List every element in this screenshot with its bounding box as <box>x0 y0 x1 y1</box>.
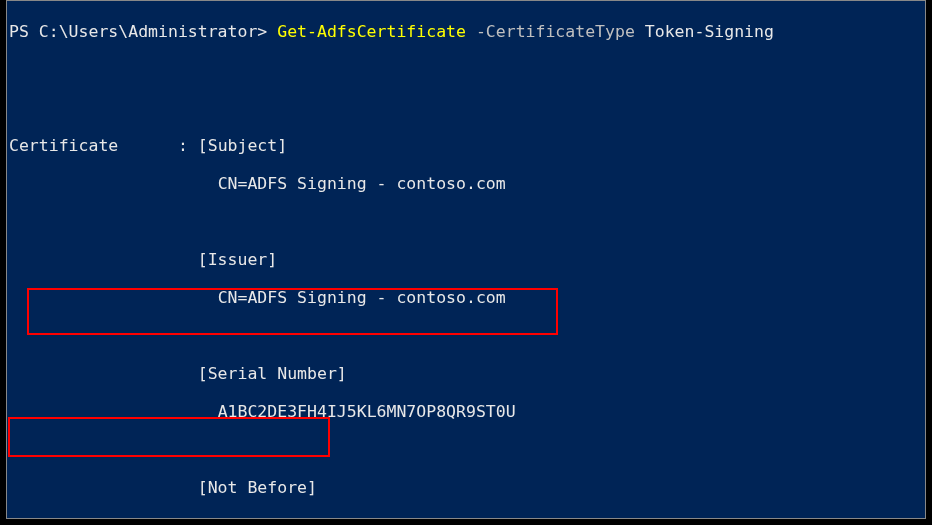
cert-serial-value: A1BC2DE3FH4IJ5KL6MN7OP8QR9ST0U <box>7 402 925 421</box>
cert-notbefore-label: [Not Before] <box>7 478 925 497</box>
blank-line <box>7 326 925 345</box>
cert-subject-label: Certificate : [Subject] <box>7 136 925 155</box>
cmdlet-name: Get-AdfsCertificate <box>277 22 466 41</box>
cert-field-key: Certificate <box>9 136 118 155</box>
powershell-console[interactable]: PS C:\Users\Administrator> Get-AdfsCerti… <box>6 0 926 519</box>
cert-serial-label: [Serial Number] <box>7 364 925 383</box>
blank-line <box>7 440 925 459</box>
blank-line <box>7 212 925 231</box>
cert-notbefore-value: 7/16/2017 10:08:01 AM <box>7 516 925 519</box>
cert-issuer-value: CN=ADFS Signing - contoso.com <box>7 288 925 307</box>
cert-subject-value: CN=ADFS Signing - contoso.com <box>7 174 925 193</box>
ps-prompt: PS C:\Users\Administrator> <box>9 22 277 41</box>
cert-issuer-label: [Issuer] <box>7 250 925 269</box>
cmdlet-param: -CertificateType <box>466 22 645 41</box>
prompt-line: PS C:\Users\Administrator> Get-AdfsCerti… <box>7 22 925 41</box>
cmdlet-value: Token-Signing <box>645 22 774 41</box>
blank-line <box>7 60 925 79</box>
blank-line <box>7 98 925 117</box>
